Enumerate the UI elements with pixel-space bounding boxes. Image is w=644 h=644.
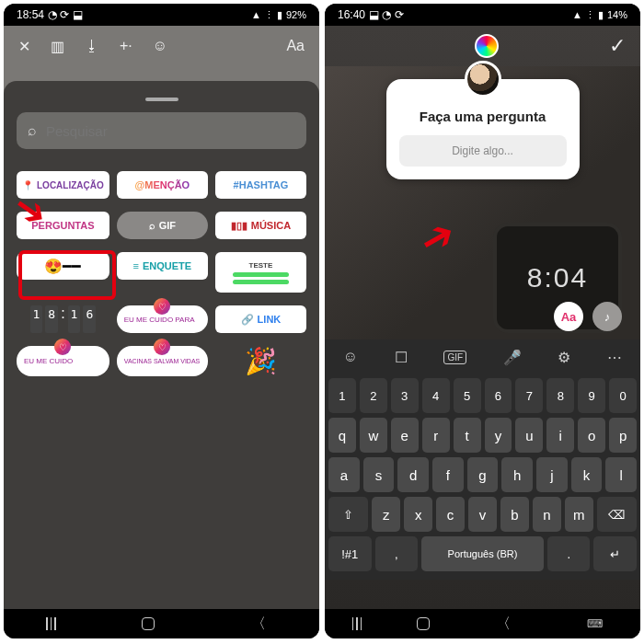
key-y[interactable]: y <box>485 418 512 453</box>
mode-chips: Aa ♪ <box>554 302 622 331</box>
key-k[interactable]: k <box>571 457 603 492</box>
sticker-eu-me-cuido[interactable]: ♡ EU ME CUIDO <box>17 346 109 376</box>
key-i[interactable]: i <box>546 418 574 453</box>
search-box[interactable]: ⌕ <box>17 112 306 149</box>
sticker-link[interactable]: 🔗 LINK <box>215 305 306 333</box>
nav-back[interactable]: 〈 <box>240 615 277 634</box>
key-c[interactable]: c <box>436 497 465 532</box>
key-3[interactable]: 3 <box>391 378 419 413</box>
key-comma[interactable]: , <box>375 536 419 571</box>
key-6[interactable]: 6 <box>485 378 512 413</box>
key-shift[interactable]: ⇧ <box>328 497 368 532</box>
status-time: 18:54 <box>17 8 44 21</box>
key-g[interactable]: g <box>467 457 499 492</box>
effects-icon[interactable]: ☺ <box>153 38 167 54</box>
sticker-enquete[interactable]: ≡ ENQUETE <box>117 252 208 280</box>
search-input[interactable] <box>46 123 295 139</box>
sheet-handle[interactable] <box>145 98 178 101</box>
nav-recent[interactable] <box>352 617 362 630</box>
mic-icon[interactable]: 🎤 <box>503 349 522 366</box>
question-title[interactable]: Faça uma pergunta <box>399 109 567 124</box>
kbd-row-1: qwertyuiop <box>328 418 637 453</box>
key-j[interactable]: j <box>536 457 568 492</box>
keyboard-toolbar: ☺ ☐ GIF 🎤 ⚙ ⋯ <box>325 339 640 374</box>
done-button[interactable]: ✓ <box>609 34 626 58</box>
emoji-icon[interactable]: ☺ <box>343 349 358 365</box>
key-a[interactable]: a <box>328 457 360 492</box>
sticker-teste[interactable]: TESTE <box>215 252 306 293</box>
android-navbar: 〈 <box>4 609 319 638</box>
more-icon[interactable]: ⋯ <box>607 349 622 366</box>
phone-left: 18:54◔ ⟳ ⬓ ▲ ⋮ ▮92% ✕ ▥ ⭳ +· ☺ Aa ⌕ 📍LOC… <box>4 4 319 638</box>
question-input[interactable]: Digite algo... <box>399 135 567 167</box>
sticker-mencao[interactable]: @MENÇÃO <box>117 171 208 199</box>
key-p[interactable]: p <box>609 418 637 453</box>
key-dot[interactable]: . <box>547 536 591 571</box>
key-8[interactable]: 8 <box>546 378 574 413</box>
key-symbols[interactable]: !#1 <box>328 536 372 571</box>
key-q[interactable]: q <box>328 418 356 453</box>
color-picker-icon[interactable] <box>475 34 499 58</box>
gif-kbd-icon[interactable]: GIF <box>443 351 466 364</box>
settings-icon[interactable]: ⚙ <box>558 349 570 366</box>
key-1[interactable]: 1 <box>328 378 356 413</box>
key-l[interactable]: l <box>605 457 637 492</box>
key-z[interactable]: z <box>372 497 400 532</box>
chip-text[interactable]: Aa <box>554 302 583 331</box>
sticker-kbd-icon[interactable]: ☐ <box>395 349 408 366</box>
sticker-gif[interactable]: ⌕ GIF <box>117 212 208 239</box>
sticker-seasonal[interactable]: 🎉 <box>215 346 306 376</box>
key-b[interactable]: b <box>500 497 529 532</box>
key-backspace[interactable]: ⌫ <box>597 497 637 532</box>
sticker-vacinas[interactable]: ♡ VACINAS SALVAM VIDAS <box>117 346 208 376</box>
key-4[interactable]: 4 <box>422 378 450 413</box>
key-o[interactable]: o <box>578 418 605 453</box>
kbd-row-3: ⇧ zxcvbnm⌫ <box>328 497 637 532</box>
status-battery: 14% <box>607 9 627 20</box>
text-tool[interactable]: Aa <box>286 38 305 54</box>
key-7[interactable]: 7 <box>515 378 543 413</box>
kbd-row-numbers: 1234567890 <box>328 378 637 413</box>
key-w[interactable]: w <box>360 418 387 453</box>
key-f[interactable]: f <box>432 457 464 492</box>
key-5[interactable]: 5 <box>454 378 481 413</box>
key-u[interactable]: u <box>515 418 543 453</box>
key-enter[interactable]: ↵ <box>593 536 637 571</box>
sticker-musica[interactable]: ▮▯▮ MÚSICA <box>215 212 306 239</box>
sticker-eu-me-cuido-para[interactable]: ♡ EU ME CUIDO PARA <box>117 305 208 333</box>
status-time: 16:40 <box>338 8 365 21</box>
sticker-clock[interactable]: 1 8 : 1 6 <box>17 305 109 333</box>
sticker-hashtag[interactable]: #HASHTAG <box>215 171 306 199</box>
key-t[interactable]: t <box>454 418 481 453</box>
key-e[interactable]: e <box>391 418 419 453</box>
nav-keyboard-icon[interactable]: ⌨ <box>576 617 613 630</box>
download-icon[interactable]: ⭳ <box>85 38 99 54</box>
key-m[interactable]: m <box>565 497 593 532</box>
key-s[interactable]: s <box>363 457 395 492</box>
key-v[interactable]: v <box>468 497 497 532</box>
add-icon[interactable]: +· <box>120 38 132 54</box>
nav-recent[interactable] <box>46 617 56 630</box>
status-bar: 16:40⬓ ◔ ⟳ ▲ ⋮ ▮14% <box>325 4 640 26</box>
key-0[interactable]: 0 <box>609 378 637 413</box>
key-x[interactable]: x <box>404 497 432 532</box>
question-sticker[interactable]: Faça uma pergunta Digite algo... <box>386 79 580 179</box>
key-space[interactable]: Português (BR) <box>421 536 544 571</box>
key-h[interactable]: h <box>501 457 533 492</box>
key-9[interactable]: 9 <box>578 378 605 413</box>
nav-home[interactable] <box>417 617 430 630</box>
sticker-sheet[interactable]: ⌕ 📍LOCALIZAÇÃO @MENÇÃO #HASHTAG PERGUNTA… <box>4 81 319 609</box>
key-n[interactable]: n <box>533 497 561 532</box>
nav-back[interactable]: 〈 <box>485 615 522 634</box>
kbd-row-2: asdfghjkl <box>328 457 637 492</box>
key-r[interactable]: r <box>422 418 450 453</box>
avatar <box>465 61 501 98</box>
nav-home[interactable] <box>142 617 155 630</box>
chip-music[interactable]: ♪ <box>592 302 622 331</box>
annotation-highlight <box>18 250 116 300</box>
close-icon[interactable]: ✕ <box>18 38 30 55</box>
key-2[interactable]: 2 <box>360 378 387 413</box>
gallery-icon[interactable]: ▥ <box>51 38 64 55</box>
key-d[interactable]: d <box>397 457 429 492</box>
search-icon: ⌕ <box>28 122 37 139</box>
